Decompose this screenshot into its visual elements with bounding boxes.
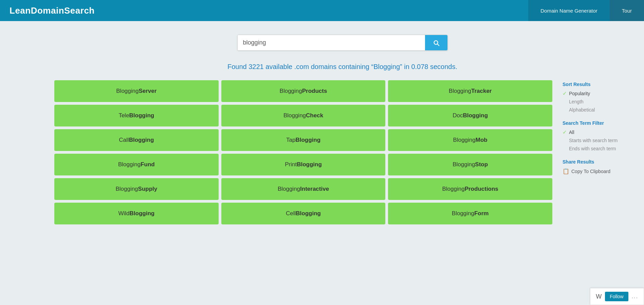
clipboard-icon: 📋 xyxy=(563,168,569,174)
domain-card[interactable]: TeleBlogging xyxy=(54,105,219,126)
domain-card[interactable]: BloggingForm xyxy=(388,203,552,224)
page-wrapper: Found 3221 available .com domains contai… xyxy=(0,21,644,305)
search-input[interactable] xyxy=(238,35,425,50)
sort-popularity[interactable]: ✓ Popularity xyxy=(563,90,630,97)
content-row: BloggingServerBloggingProductsBloggingTr… xyxy=(54,80,630,224)
domain-card[interactable]: BloggingCheck xyxy=(221,105,386,126)
nav-domain-name-generator[interactable]: Domain Name Generator xyxy=(528,0,610,21)
domain-card[interactable]: TapBlogging xyxy=(221,129,386,151)
share-title: Share Results xyxy=(563,159,630,165)
domain-card[interactable]: BloggingProductions xyxy=(388,178,552,200)
share-section: Share Results 📋 Copy To Clipboard xyxy=(563,159,630,174)
header-nav: Domain Name Generator Tour xyxy=(528,0,644,21)
header: LeanDomainSearch Domain Name Generator T… xyxy=(0,0,644,21)
domain-card[interactable]: BloggingProducts xyxy=(221,80,386,102)
filter-ends-with[interactable]: ✓ Ends with search term xyxy=(563,146,630,152)
search-button[interactable] xyxy=(425,35,447,50)
search-box xyxy=(237,35,448,51)
sort-title: Sort Results xyxy=(563,82,630,87)
domain-card[interactable]: CallBlogging xyxy=(54,129,219,151)
domain-card[interactable]: WildBlogging xyxy=(54,203,219,224)
domains-grid: BloggingServerBloggingProductsBloggingTr… xyxy=(54,80,552,224)
follow-more-button[interactable]: ... xyxy=(632,293,638,300)
sort-section: Sort Results ✓ Popularity ✓ Length ✓ Alp… xyxy=(563,82,630,113)
filter-all[interactable]: ✓ All xyxy=(563,129,630,135)
domain-card[interactable]: BloggingMob xyxy=(388,129,552,151)
filter-title: Search Term Filter xyxy=(563,120,630,126)
domain-card[interactable]: BloggingInteractive xyxy=(221,178,386,200)
check-icon: ✓ xyxy=(563,129,567,135)
domain-card[interactable]: BloggingTracker xyxy=(388,80,552,102)
logo-domain: DomainSearch xyxy=(31,5,95,16)
logo: LeanDomainSearch xyxy=(10,5,95,16)
sort-alphabetical[interactable]: ✓ Alphabetical xyxy=(563,107,630,113)
domain-card[interactable]: BloggingServer xyxy=(54,80,219,102)
domain-card[interactable]: BloggingStop xyxy=(388,154,552,175)
copy-clipboard-button[interactable]: 📋 Copy To Clipboard xyxy=(563,168,630,174)
search-container xyxy=(54,35,630,51)
follow-bar: W Follow ... xyxy=(590,288,644,305)
logo-lean: Lean xyxy=(10,5,31,16)
domain-card[interactable]: BloggingSupply xyxy=(54,178,219,200)
domain-card[interactable]: DocBlogging xyxy=(388,105,552,126)
filter-starts-with[interactable]: ✓ Starts with search term xyxy=(563,137,630,143)
sidebar: Sort Results ✓ Popularity ✓ Length ✓ Alp… xyxy=(563,80,630,224)
result-text: Found 3221 available .com domains contai… xyxy=(54,63,630,71)
domain-card[interactable]: BloggingFund xyxy=(54,154,219,175)
domain-card[interactable]: PrintBlogging xyxy=(221,154,386,175)
check-icon: ✓ xyxy=(563,90,567,97)
nav-tour[interactable]: Tour xyxy=(610,0,644,21)
filter-section: Search Term Filter ✓ All ✓ Starts with s… xyxy=(563,120,630,152)
search-icon xyxy=(433,39,440,47)
domain-card[interactable]: CellBlogging xyxy=(221,203,386,224)
follow-button[interactable]: Follow xyxy=(605,292,628,301)
sort-length[interactable]: ✓ Length xyxy=(563,99,630,105)
follow-icon: W xyxy=(596,293,602,300)
